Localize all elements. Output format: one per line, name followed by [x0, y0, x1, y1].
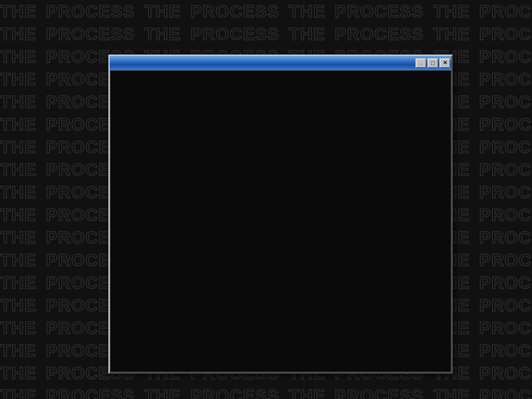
bg-word: PROCESS: [46, 387, 135, 399]
bg-word: PROCESS: [334, 3, 424, 20]
bg-word: THE: [289, 387, 325, 399]
window-controls: [416, 59, 450, 68]
window-titlebar: [110, 56, 452, 70]
bg-word: PROCESS: [479, 251, 532, 269]
maximize-button[interactable]: [428, 59, 438, 68]
bg-word: THE: [0, 48, 37, 65]
bg-word: THE: [0, 342, 37, 359]
bg-word: THE: [0, 364, 37, 382]
minimize-button[interactable]: [416, 59, 426, 68]
bg-word: THE: [0, 251, 37, 269]
bg-word: PROCESS: [479, 70, 532, 88]
bg-row: THEPROCESSTHEPROCESSTHEPROCESSTHEPROCESS…: [0, 384, 532, 399]
bg-word: THE: [144, 387, 181, 399]
bg-word: PROCESS: [479, 297, 532, 314]
bg-word: PROCESS: [479, 138, 532, 156]
bg-word: PROCESS: [479, 274, 532, 291]
bg-word: PROCESS: [479, 116, 532, 133]
bg-word: THE: [144, 3, 181, 20]
bg-word: THE: [0, 3, 37, 20]
bg-word: PROCESS: [479, 25, 532, 43]
bg-word: PROCESS: [334, 25, 424, 43]
bg-word: THE: [289, 25, 325, 43]
bg-word: THE: [0, 387, 37, 399]
bg-word: THE: [0, 138, 37, 156]
bg-word: THE: [433, 387, 469, 399]
bg-word: THE: [0, 116, 37, 133]
bg-word: PROCESS: [479, 319, 532, 336]
bg-word: PROCESS: [479, 93, 532, 110]
bg-word: THE: [0, 229, 37, 246]
bg-word: PROCESS: [479, 342, 532, 359]
bg-row: THEPROCESSTHEPROCESSTHEPROCESSTHEPROCESS…: [0, 0, 532, 23]
bg-word: PROCESS: [479, 3, 532, 20]
bg-word: PROCESS: [190, 3, 279, 20]
bg-word: THE: [0, 319, 37, 336]
bg-word: PROCESS: [479, 48, 532, 65]
bg-word: THE: [289, 3, 325, 20]
bg-word: PROCESS: [479, 184, 532, 201]
bg-word: PROCESS: [334, 387, 424, 399]
bg-word: THE: [0, 161, 37, 178]
bg-word: PROCESS: [479, 229, 532, 246]
bg-word: THE: [0, 93, 37, 110]
bg-word: THE: [0, 206, 37, 223]
bg-word: PROCESS: [479, 387, 532, 399]
bg-row: THEPROCESSTHEPROCESSTHEPROCESSTHEPROCESS…: [0, 23, 532, 45]
window-body: [110, 70, 452, 372]
bg-word: THE: [144, 25, 181, 43]
bg-word: PROCESS: [190, 387, 279, 399]
bg-word: PROCESS: [190, 25, 279, 43]
window: [108, 55, 453, 374]
bg-word: THE: [433, 3, 469, 20]
bg-word: PROCESS: [479, 161, 532, 178]
bg-word: THE: [0, 25, 37, 43]
bg-word: PROCESS: [479, 206, 532, 223]
bg-word: THE: [0, 274, 37, 291]
bg-word: THE: [0, 184, 37, 201]
close-button[interactable]: [440, 59, 450, 68]
bg-word: PROCESS: [479, 364, 532, 382]
bg-word: PROCESS: [46, 25, 135, 43]
bg-word: PROCESS: [46, 3, 135, 20]
bg-word: THE: [0, 297, 37, 314]
bg-word: THE: [433, 25, 469, 43]
bg-word: THE: [0, 70, 37, 88]
